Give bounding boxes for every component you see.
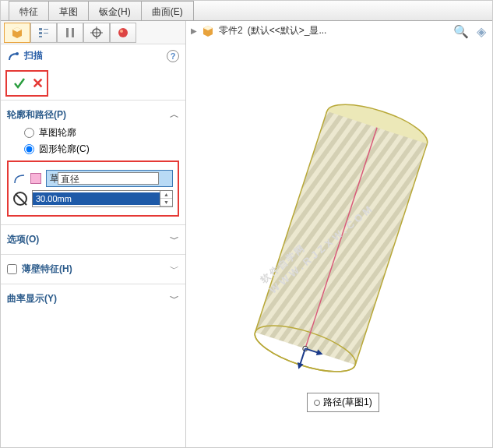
selection-color-icon bbox=[30, 173, 41, 184]
radio-input-sketch[interactable] bbox=[24, 128, 34, 138]
svg-rect-2 bbox=[39, 36, 42, 37]
radio-input-circular[interactable] bbox=[24, 144, 34, 154]
graphics-view[interactable]: ▶ 零件2 (默认<<默认>_显... 🔍 ◈ bbox=[186, 21, 492, 447]
sweep-icon bbox=[7, 50, 19, 62]
section-title: 曲率显示(Y) bbox=[7, 292, 57, 305]
section-header-profile[interactable]: 轮廓和路径(P) ︿ bbox=[7, 105, 179, 125]
ok-cancel-group: ✕ bbox=[5, 70, 48, 97]
breadcrumb-arrow-icon[interactable]: ▶ bbox=[191, 26, 197, 35]
diameter-input[interactable]: 30.00mm ▲ ▼ bbox=[32, 190, 173, 207]
spinner: ▲ ▼ bbox=[160, 191, 172, 206]
chevron-down-icon: ﹀ bbox=[170, 292, 179, 305]
crosshair-icon bbox=[90, 26, 103, 39]
svg-line-20 bbox=[300, 348, 305, 365]
diameter-icon bbox=[13, 192, 27, 206]
svg-point-11 bbox=[120, 30, 123, 33]
callout-label: 路径(草图1) bbox=[323, 396, 372, 409]
selection-tooltip: 直径 bbox=[58, 172, 159, 185]
part-name[interactable]: 零件2 bbox=[219, 24, 243, 37]
tab-icon-feature[interactable] bbox=[4, 23, 30, 43]
radio-label: 圆形轮廓(C) bbox=[39, 143, 90, 156]
feature-title: 扫描 bbox=[24, 49, 43, 62]
cancel-button[interactable]: ✕ bbox=[32, 75, 44, 92]
radio-sketch-profile[interactable]: 草图轮廓 bbox=[7, 125, 179, 141]
svg-rect-0 bbox=[39, 28, 42, 30]
path-callout[interactable]: 路径(草图1) bbox=[307, 393, 379, 412]
svg-rect-6 bbox=[72, 28, 74, 37]
view-controls: 🔍 ◈ bbox=[453, 24, 486, 39]
svg-rect-3 bbox=[44, 29, 48, 30]
path-selection-row: 草 直径 bbox=[13, 170, 173, 187]
config-icon bbox=[64, 26, 76, 39]
section-curvature: 曲率显示(Y) ﹀ bbox=[1, 284, 185, 313]
top-tabs: 特征 草图 钣金(H) 曲面(E) bbox=[1, 1, 492, 21]
svg-point-10 bbox=[118, 28, 128, 37]
section-header-curvature[interactable]: 曲率显示(Y) ﹀ bbox=[7, 289, 179, 309]
svg-rect-4 bbox=[44, 33, 48, 34]
thin-label: 薄壁特征(H) bbox=[22, 263, 72, 276]
callout-dot-icon bbox=[314, 400, 320, 406]
svg-rect-1 bbox=[39, 32, 42, 34]
sphere-icon bbox=[117, 26, 129, 39]
section-title: 轮廓和路径(P) bbox=[7, 108, 66, 122]
diameter-row: 30.00mm ▲ ▼ bbox=[13, 190, 173, 207]
thin-checkbox[interactable] bbox=[7, 264, 17, 274]
spin-down[interactable]: ▼ bbox=[160, 199, 172, 206]
section-options: 选项(O) ﹀ bbox=[1, 224, 185, 254]
section-header-options[interactable]: 选项(O) ﹀ bbox=[7, 230, 179, 249]
radio-label: 草图轮廓 bbox=[39, 126, 76, 139]
tab-surface[interactable]: 曲面(E) bbox=[141, 1, 194, 20]
ok-button[interactable] bbox=[13, 77, 26, 90]
chevron-down-icon: ﹀ bbox=[170, 263, 179, 276]
chevron-down-icon: ﹀ bbox=[170, 233, 179, 246]
section-title: 选项(O) bbox=[7, 233, 39, 246]
svg-rect-5 bbox=[66, 28, 69, 37]
path-selection-field[interactable]: 草 直径 bbox=[46, 170, 173, 187]
tab-icon-target[interactable] bbox=[83, 23, 110, 43]
panel-tabs bbox=[1, 21, 185, 44]
svg-point-12 bbox=[16, 52, 19, 55]
tab-icon-appearance[interactable] bbox=[110, 23, 136, 43]
config-name: (默认<<默认>_显... bbox=[248, 24, 327, 37]
tab-icon-tree[interactable] bbox=[30, 23, 57, 43]
search-icon[interactable]: 🔍 bbox=[453, 24, 469, 39]
breadcrumb: ▶ 零件2 (默认<<默认>_显... bbox=[186, 21, 492, 41]
spin-up[interactable]: ▲ bbox=[160, 191, 172, 199]
property-panel: 扫描 ? ✕ 轮廓和路径(P) ︿ 草图轮廓 圆形轮廓(C) 草 bbox=[1, 21, 186, 448]
cube-icon bbox=[11, 26, 23, 39]
radio-circular-profile[interactable]: 圆形轮廓(C) bbox=[7, 141, 179, 157]
diameter-value: 30.00mm bbox=[33, 192, 160, 205]
tab-feature[interactable]: 特征 bbox=[9, 1, 49, 20]
3d-canvas[interactable]: 软件自学网 WWW.RJZXW.COM 路径(草图1) bbox=[186, 44, 492, 447]
tab-icon-config[interactable] bbox=[57, 23, 83, 43]
tab-sheetmetal[interactable]: 钣金(H) bbox=[88, 1, 142, 20]
section-thin: 薄壁特征(H) ﹀ bbox=[1, 254, 185, 284]
thin-feature-row[interactable]: 薄壁特征(H) ﹀ bbox=[7, 259, 179, 279]
cylinder-preview bbox=[186, 44, 492, 447]
orientation-icon[interactable]: ◈ bbox=[477, 24, 486, 39]
tab-sketch[interactable]: 草图 bbox=[48, 1, 89, 20]
highlight-box: 草 直径 30.00mm ▲ ▼ bbox=[7, 161, 179, 217]
feature-header: 扫描 ? bbox=[1, 44, 185, 67]
tree-icon bbox=[37, 26, 50, 39]
check-icon bbox=[13, 77, 26, 90]
help-button[interactable]: ? bbox=[167, 50, 179, 62]
chevron-up-icon: ︿ bbox=[170, 108, 179, 122]
part-icon bbox=[202, 25, 214, 37]
section-profile-path: 轮廓和路径(P) ︿ 草图轮廓 圆形轮廓(C) 草 直径 30. bbox=[1, 100, 185, 224]
path-icon bbox=[13, 172, 26, 185]
